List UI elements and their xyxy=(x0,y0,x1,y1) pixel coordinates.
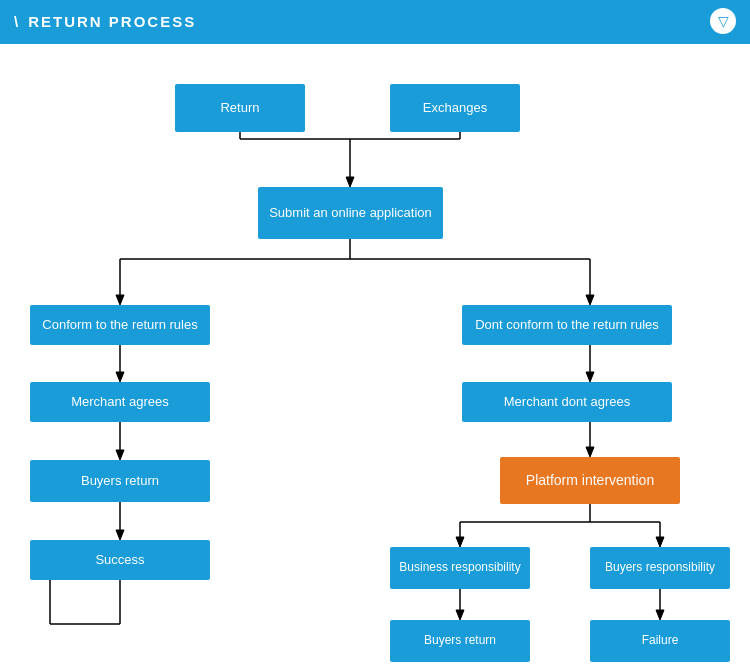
svg-marker-35 xyxy=(656,610,664,620)
failure-box: Failure xyxy=(590,620,730,662)
dont-conform-box: Dont conform to the return rules xyxy=(462,305,672,345)
success-box: Success xyxy=(30,540,210,580)
svg-marker-25 xyxy=(586,447,594,457)
svg-marker-10 xyxy=(586,295,594,305)
svg-marker-33 xyxy=(456,610,464,620)
submit-box: Submit an online application xyxy=(258,187,443,239)
exchanges-box: Exchanges xyxy=(390,84,520,132)
svg-marker-23 xyxy=(586,372,594,382)
return-box: Return xyxy=(175,84,305,132)
merchant-agrees-box: Merchant agrees xyxy=(30,382,210,422)
page-header: \ RETURN PROCESS ▽ xyxy=(0,0,750,44)
platform-box: Platform intervention xyxy=(500,457,680,504)
merchant-dont-box: Merchant dont agrees xyxy=(462,382,672,422)
buyers-resp-box: Buyers responsibility xyxy=(590,547,730,589)
return-process-diagram: Return Exchanges Submit an online applic… xyxy=(0,44,750,665)
svg-marker-31 xyxy=(656,537,664,547)
svg-marker-29 xyxy=(456,537,464,547)
svg-marker-12 xyxy=(116,372,124,382)
buyers-return-left-box: Buyers return xyxy=(30,460,210,502)
svg-marker-8 xyxy=(116,295,124,305)
header-title: \ RETURN PROCESS xyxy=(14,13,196,30)
svg-marker-14 xyxy=(116,450,124,460)
business-resp-box: Business responsibility xyxy=(390,547,530,589)
svg-marker-2 xyxy=(346,177,354,187)
backslash-icon: \ xyxy=(14,13,20,30)
chevron-down-icon[interactable]: ▽ xyxy=(710,8,736,34)
buyers-return-right-box: Buyers return xyxy=(390,620,530,662)
conform-box: Conform to the return rules xyxy=(30,305,210,345)
svg-marker-16 xyxy=(116,530,124,540)
